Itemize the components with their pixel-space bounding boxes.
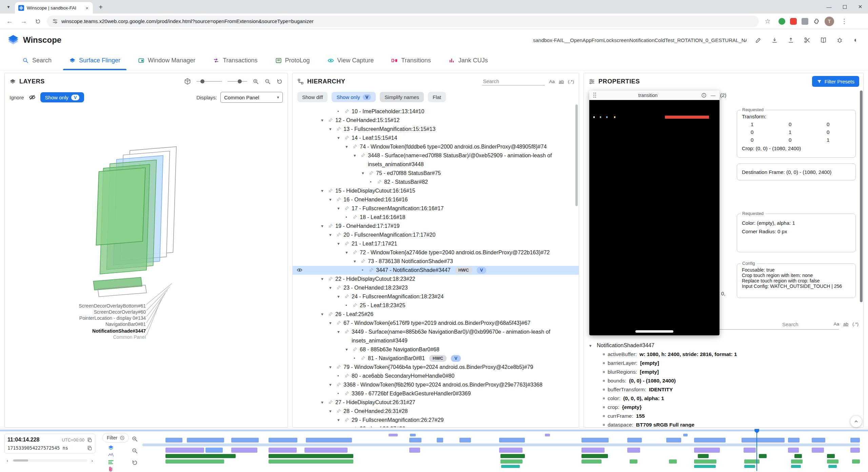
url-bar[interactable]: winscope.teams.x20web.corp.google.com/pr… xyxy=(47,16,759,27)
pin-icon[interactable] xyxy=(336,382,341,387)
tree-node[interactable]: ▾13 - FullscreenMagnification:15:15#13 xyxy=(293,125,579,134)
hierarchy-search-input[interactable]: Search xyxy=(482,77,545,85)
expand-arrow-icon[interactable]: ▾ xyxy=(321,116,326,125)
tree-node[interactable]: •3369 - 67726bf EdgeBackGestureHandler0#… xyxy=(293,389,579,398)
tab-window-manager[interactable]: Window Manager xyxy=(129,51,204,70)
bookmark-star-icon[interactable]: ☆ xyxy=(762,16,773,27)
layer-label[interactable]: PointerLocation - display 0#134 xyxy=(5,315,146,321)
trace-entry[interactable] xyxy=(165,459,224,464)
pin-icon[interactable] xyxy=(344,109,349,114)
tab-protolog[interactable]: ProtoLog xyxy=(267,51,319,70)
trace-entry[interactable] xyxy=(788,438,800,442)
trace-entry[interactable] xyxy=(304,448,348,453)
copy-icon[interactable] xyxy=(87,446,92,451)
site-settings-icon[interactable] xyxy=(52,18,58,24)
pin-icon[interactable] xyxy=(353,347,357,352)
trace-entry[interactable] xyxy=(791,465,801,468)
browser-menu-icon[interactable]: ⋮ xyxy=(839,16,850,27)
trace-entry[interactable] xyxy=(142,444,860,446)
pin-icon[interactable] xyxy=(336,409,341,413)
hierarchy-scrollbar[interactable] xyxy=(575,104,578,206)
tab-search[interactable]: Search xyxy=(14,51,60,70)
property-row[interactable]: bounds: (0, 0) - (1080, 2400) xyxy=(589,376,860,385)
trace-entry[interactable] xyxy=(500,454,525,458)
drag-handle-icon[interactable] xyxy=(593,93,595,98)
trace-entry[interactable] xyxy=(545,434,550,436)
zoom-in-icon[interactable] xyxy=(253,78,259,85)
tree-node[interactable]: ▾15 - HideDisplayCutout:16:16#15 xyxy=(293,186,579,195)
expand-arrow-icon[interactable]: ▾ xyxy=(321,222,326,231)
trace-entry[interactable] xyxy=(409,448,420,453)
download-icon[interactable] xyxy=(770,35,779,45)
pin-icon[interactable] xyxy=(361,356,366,360)
window-close-button[interactable]: ✕ xyxy=(852,0,868,14)
collect-traces-icon[interactable] xyxy=(802,35,812,45)
trace-entry[interactable] xyxy=(744,465,755,468)
reset-view-icon[interactable] xyxy=(276,78,283,85)
scroll-right-icon[interactable]: › xyxy=(89,458,95,463)
trace-entry[interactable] xyxy=(187,438,224,442)
zoom-out-icon[interactable] xyxy=(132,448,138,454)
pin-icon[interactable] xyxy=(344,241,349,246)
spacing-slider[interactable] xyxy=(228,81,247,82)
timeline-scroll-track[interactable] xyxy=(13,459,87,462)
show-only-v-chip[interactable]: Show only V xyxy=(40,92,84,102)
trace-entry[interactable] xyxy=(581,438,609,442)
back-icon[interactable]: ← xyxy=(4,16,15,27)
filter-presets-button[interactable]: Filter Presets xyxy=(812,76,859,87)
pin-icon[interactable] xyxy=(344,294,349,299)
tree-node[interactable]: •80 - ace6abb SecondaryHomeHandle0#80 xyxy=(293,372,579,380)
protolog-trace-icon[interactable] xyxy=(108,459,114,465)
property-row[interactable]: currFrame: 155 xyxy=(589,412,860,420)
trace-entry[interactable] xyxy=(501,465,520,468)
expand-arrow-icon[interactable]: ▾ xyxy=(346,248,350,257)
trace-entry[interactable] xyxy=(812,438,825,442)
pin-icon[interactable] xyxy=(328,223,333,228)
timeline-cursor-handle[interactable] xyxy=(754,429,759,433)
expand-arrow-icon[interactable]: ▾ xyxy=(321,310,326,319)
window-maximize-button[interactable] xyxy=(837,0,852,14)
tree-node[interactable]: ▾3368 - WindowToken{f6b2f60 type=2024 an… xyxy=(293,380,579,389)
tree-node[interactable]: ▾3449 - Surface(name=885b63e NavigationB… xyxy=(293,328,579,345)
pin-icon[interactable] xyxy=(344,373,349,378)
tree-node[interactable]: •3447 - NotificationShade#3447HWCV xyxy=(293,266,579,275)
tab-jank-cujs[interactable]: Jank CUJs xyxy=(440,51,497,70)
trace-entry[interactable] xyxy=(231,448,257,453)
pin-icon[interactable] xyxy=(328,400,333,405)
tree-node[interactable]: ▾27 - HideDisplayCutout:26:31#27 xyxy=(293,398,579,407)
copy-icon[interactable] xyxy=(87,437,92,442)
extensions-puzzle-icon[interactable] xyxy=(813,18,820,25)
flat-chip[interactable]: Flat xyxy=(428,92,446,102)
tree-node[interactable]: ▾26 - Leaf:25#26 xyxy=(293,310,579,319)
pin-icon[interactable] xyxy=(328,276,333,281)
pin-icon[interactable] xyxy=(361,153,366,158)
extension-icon[interactable] xyxy=(790,18,797,25)
match-case-icon[interactable]: Aa xyxy=(549,79,555,84)
zoom-out-icon[interactable] xyxy=(264,78,271,85)
tree-node[interactable]: ▾75 - ed70f88 StatusBar#75 xyxy=(293,169,579,178)
forward-icon[interactable]: → xyxy=(18,16,29,27)
timeline-filter-button[interactable]: Filter xyxy=(102,433,129,442)
pin-icon[interactable] xyxy=(328,312,333,316)
trace-entry[interactable] xyxy=(698,454,709,458)
trace-entry[interactable] xyxy=(694,448,720,453)
bug-report-icon[interactable] xyxy=(835,35,844,45)
pin-icon[interactable] xyxy=(336,320,341,325)
upload-icon[interactable] xyxy=(786,35,795,45)
transactions-trace-icon[interactable] xyxy=(108,452,114,457)
trace-entry[interactable] xyxy=(850,438,860,442)
expand-arrow-icon[interactable]: ▾ xyxy=(329,407,334,416)
tree-node[interactable]: ▾74 - WindowToken{fdddbe6 type=2000 andr… xyxy=(293,142,579,151)
trace-entry[interactable] xyxy=(852,459,860,464)
tree-node[interactable]: ▾24 - FullscreenMagnification:18:23#24 xyxy=(293,292,579,301)
pin-icon[interactable] xyxy=(336,126,341,131)
trace-entry[interactable] xyxy=(794,454,802,458)
expand-arrow-icon[interactable]: ▾ xyxy=(337,239,342,248)
collapse-timeline-button[interactable] xyxy=(850,416,862,427)
trace-entry[interactable] xyxy=(791,459,803,464)
trace-entry[interactable] xyxy=(437,438,443,442)
pin-icon[interactable] xyxy=(344,417,349,422)
trace-entry[interactable] xyxy=(410,434,416,436)
property-row[interactable]: barrierLayer: [empty] xyxy=(589,359,860,368)
surface-flinger-trace-icon[interactable] xyxy=(108,445,114,450)
